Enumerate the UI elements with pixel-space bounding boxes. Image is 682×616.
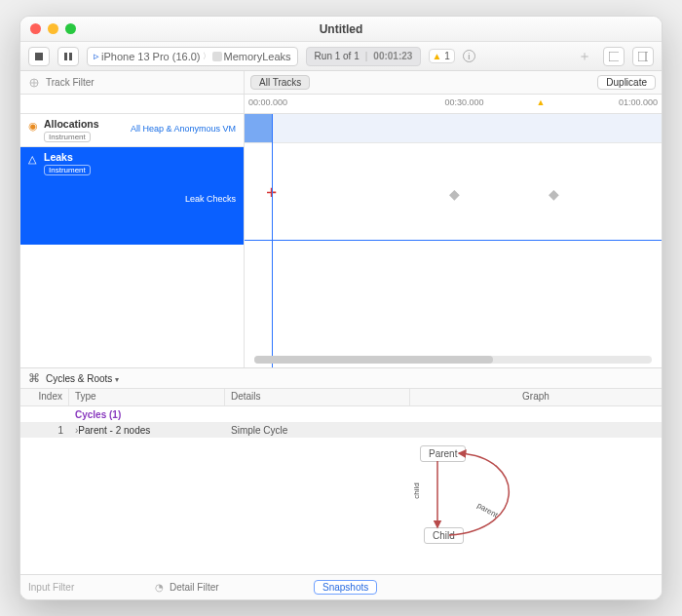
- tracks-area: ◉ Allocations Instrument All Heap & Anon…: [20, 114, 662, 367]
- duplicate-button[interactable]: Duplicate: [597, 75, 656, 90]
- row-details: Simple Cycle: [225, 425, 410, 436]
- warning-icon: ▲: [537, 97, 546, 107]
- playhead[interactable]: [272, 114, 273, 367]
- leak-checks-label: Leak Checks: [185, 194, 236, 204]
- edge-label-child: child: [412, 482, 421, 498]
- issues-badge[interactable]: ▲ 1: [429, 49, 454, 63]
- record-stop-button[interactable]: [28, 47, 50, 66]
- instrument-chip: Instrument: [44, 165, 91, 175]
- app-window: Untitled ▹ iPhone 13 Pro (16.0) 〉 Memory…: [19, 16, 663, 600]
- add-instrument-button[interactable]: ＋: [574, 48, 595, 65]
- timeline-scrollbar[interactable]: [254, 356, 652, 364]
- detail-header: ⌘ Cycles & Roots: [20, 367, 662, 389]
- snapshots-button[interactable]: Snapshots: [314, 580, 377, 595]
- allocations-icon: ◉: [28, 120, 38, 133]
- zoom-window-button[interactable]: [65, 23, 76, 34]
- svg-rect-3: [609, 52, 619, 61]
- clock-icon: ◔: [155, 582, 164, 593]
- track-allocations[interactable]: ◉ Allocations Instrument All Heap & Anon…: [20, 114, 244, 147]
- graph-edges: [20, 438, 662, 574]
- leak-marker[interactable]: ◆: [449, 186, 460, 202]
- edge-label-parent: parent: [475, 501, 499, 520]
- run-time: 00:01:23: [373, 51, 412, 61]
- filter-row: All Tracks Duplicate: [20, 71, 662, 95]
- col-details[interactable]: Details: [225, 389, 410, 405]
- info-button[interactable]: i: [463, 50, 475, 62]
- graph-node-parent[interactable]: Parent: [420, 445, 466, 462]
- row-type: Parent - 2 nodes: [69, 425, 225, 436]
- allocations-mode[interactable]: All Heap & Anonymous VM: [131, 124, 236, 134]
- ruler-tick: 00:00.000: [248, 97, 287, 107]
- allocations-graph: [245, 114, 272, 142]
- table-header: Index Type Details Graph: [20, 389, 662, 406]
- input-filter-label: Input Filter: [28, 582, 145, 593]
- time-ruler[interactable]: 00:00.000 00:30.000 ▲ 01:00.000: [245, 95, 662, 113]
- titlebar: Untitled: [20, 17, 662, 42]
- time-ruler-row: 00:00.000 00:30.000 ▲ 01:00.000: [20, 95, 662, 114]
- row-index: 1: [20, 425, 69, 436]
- close-window-button[interactable]: [30, 23, 41, 34]
- group-label: Cycles (1): [69, 409, 225, 420]
- allocations-lane[interactable]: [245, 114, 662, 143]
- leaks-icon: △: [28, 153, 36, 166]
- table-row[interactable]: 1 Parent - 2 nodes Simple Cycle: [20, 422, 662, 438]
- process-label: MemoryLeaks: [224, 51, 291, 62]
- detail-filter-field[interactable]: ◔: [155, 581, 304, 594]
- detail-view-selector[interactable]: Cycles & Roots: [46, 373, 119, 384]
- svg-rect-1: [64, 53, 67, 60]
- run-label: Run 1 of 1: [315, 51, 360, 61]
- warning-icon: ▲: [432, 51, 441, 61]
- detail-filter-input[interactable]: [168, 581, 304, 594]
- inspector-button[interactable]: [632, 47, 654, 66]
- col-index[interactable]: Index: [20, 389, 69, 405]
- filter-icon: [28, 77, 40, 89]
- leaks-lane[interactable]: ✕ ◆ ◆: [245, 143, 662, 241]
- run-status[interactable]: Run 1 of 1 | 00:01:23: [306, 47, 422, 66]
- timeline-lanes[interactable]: ✕ ◆ ◆: [245, 114, 662, 367]
- library-button[interactable]: [603, 47, 625, 66]
- track-filter-input[interactable]: [44, 76, 180, 89]
- leak-marker-fail[interactable]: ✕: [263, 185, 280, 202]
- track-title: Leaks: [44, 151, 236, 163]
- device-icon: ▹: [94, 50, 99, 62]
- svg-rect-2: [69, 53, 72, 60]
- device-label: iPhone 13 Pro (16.0): [101, 51, 201, 62]
- track-filter-cell: [20, 71, 245, 94]
- warning-count: 1: [444, 51, 450, 61]
- minimize-window-button[interactable]: [48, 23, 58, 34]
- all-tracks-button[interactable]: All Tracks: [250, 75, 310, 90]
- track-leaks[interactable]: △ Leaks Instrument Leak Checks: [20, 147, 244, 245]
- pause-button[interactable]: [57, 47, 79, 66]
- ruler-tick: 01:00.000: [619, 97, 658, 107]
- chevron-right-icon: 〉: [203, 51, 210, 61]
- table-group-row[interactable]: Cycles (1): [20, 406, 662, 422]
- graph-node-child[interactable]: Child: [424, 527, 464, 544]
- table-body: Cycles (1) 1 Parent - 2 nodes Simple Cyc…: [20, 406, 662, 438]
- target-selector[interactable]: ▹ iPhone 13 Pro (16.0) 〉 MemoryLeaks: [87, 47, 298, 66]
- strategy-icon[interactable]: ⌘: [28, 371, 40, 385]
- cycle-graph[interactable]: Parent Child child parent: [20, 438, 662, 574]
- svg-rect-0: [35, 53, 43, 60]
- col-graph[interactable]: Graph: [410, 389, 662, 405]
- instrument-chip: Instrument: [44, 132, 91, 142]
- window-controls: [30, 23, 76, 34]
- tracks-sidebar: ◉ Allocations Instrument All Heap & Anon…: [20, 114, 245, 367]
- ruler-tick: 00:30.000: [444, 97, 483, 107]
- toolbar: ▹ iPhone 13 Pro (16.0) 〉 MemoryLeaks Run…: [20, 42, 662, 71]
- window-title: Untitled: [320, 22, 363, 36]
- bottom-bar: Input Filter ◔ Snapshots: [20, 574, 662, 599]
- col-type[interactable]: Type: [69, 389, 225, 405]
- scrollbar-thumb[interactable]: [254, 356, 493, 364]
- process-icon: [212, 52, 222, 61]
- leak-marker[interactable]: ◆: [549, 186, 559, 202]
